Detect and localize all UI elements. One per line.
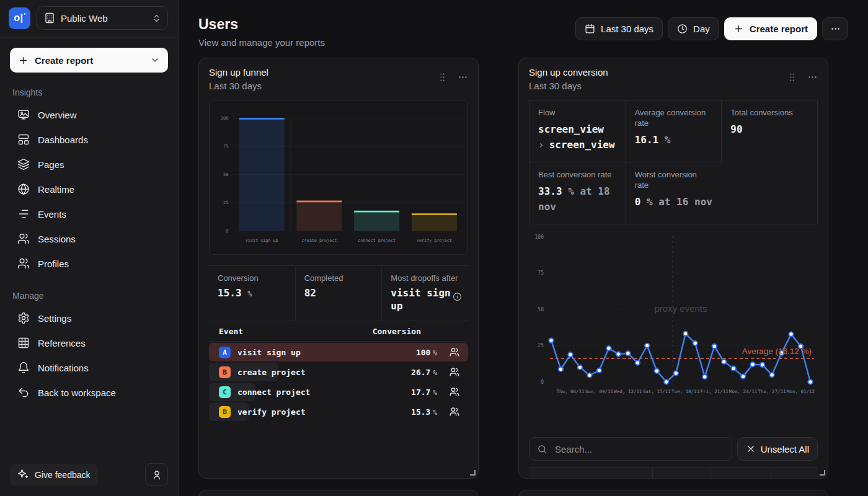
event-row-visit-sign-up[interactable]: Avisit sign up100% xyxy=(209,343,468,361)
funnel-body: 0255075100visit sign upcreate projectcon… xyxy=(199,99,478,421)
give-feedback-button[interactable]: Give feedback xyxy=(10,464,98,486)
sidebar-item-profiles[interactable]: Profiles xyxy=(10,251,168,276)
users-icon[interactable] xyxy=(450,407,459,417)
ellipsis-icon xyxy=(830,24,841,34)
overview-icon xyxy=(17,108,30,121)
sidebar-item-label: Settings xyxy=(38,313,71,324)
sidebar-item-notifications[interactable]: Notifications xyxy=(10,355,168,380)
svg-text:50: 50 xyxy=(538,307,544,312)
chevron-down-icon xyxy=(150,55,160,65)
nav-section-label: Manage xyxy=(12,291,166,301)
sidebar-item-pages[interactable]: Pages xyxy=(10,152,168,177)
plus-icon xyxy=(733,24,744,34)
event-name: connect project xyxy=(237,388,310,397)
svg-text:0: 0 xyxy=(541,379,544,385)
card-resize-handle[interactable] xyxy=(820,470,825,476)
svg-text:25: 25 xyxy=(538,343,544,348)
app-logo[interactable]: o|' xyxy=(9,7,30,29)
logo-glyph: o| xyxy=(14,12,23,24)
sidebar-item-dashboards[interactable]: Dashboards xyxy=(10,127,168,152)
svg-text:Average (16.12 %): Average (16.12 %) xyxy=(742,347,812,356)
profile-button[interactable] xyxy=(145,463,168,486)
svg-text:Wed, 12/11: Wed, 12/11 xyxy=(614,389,642,394)
card-menu-icon[interactable] xyxy=(807,72,818,82)
conversion-card: Sign up conversion Last 30 days Flow scr… xyxy=(518,58,828,479)
chevron-right-icon: › xyxy=(538,139,544,151)
chevrons-up-down-icon xyxy=(152,14,161,23)
sidebar-item-references[interactable]: References xyxy=(10,330,168,355)
svg-text:Mon, 24/11: Mon, 24/11 xyxy=(729,389,757,394)
realtime-icon xyxy=(17,183,30,195)
stat-average-rate: Average conversion rate 16.1 % xyxy=(626,100,722,162)
svg-text:100: 100 xyxy=(535,234,544,240)
stat-label: Worst conversion rate xyxy=(635,169,713,190)
funnel-bar-chart: 0255075100visit sign upcreate projectcon… xyxy=(209,100,468,255)
sidebar-item-label: Overview xyxy=(38,110,77,120)
funnel-stats-row: Conversion 15.3 % Completed 82 Most drop… xyxy=(209,265,468,321)
sidebar-item-label: Pages xyxy=(38,159,64,170)
event-row-verify-project[interactable]: Dverify project15.3% xyxy=(209,402,468,421)
card-menu-icon[interactable] xyxy=(458,72,468,82)
sidebar-body: Create report InsightsOverviewDashboards… xyxy=(0,38,178,454)
sidebar-footer: Give feedback xyxy=(0,454,178,496)
stat-label: Best conversion rate xyxy=(538,169,617,180)
sidebar-item-realtime[interactable]: Realtime xyxy=(10,177,168,202)
stat-label: Flow xyxy=(538,107,617,118)
stat-label: Conversion xyxy=(218,273,286,283)
sidebar-item-sessions[interactable]: Sessions xyxy=(10,226,168,251)
event-column-header: Event xyxy=(219,327,243,336)
calendar-icon xyxy=(585,24,595,34)
events-icon xyxy=(17,208,30,220)
users-icon[interactable] xyxy=(450,347,459,357)
event-row-create-project[interactable]: Bcreate project26.7% xyxy=(209,363,468,381)
users-icon[interactable] xyxy=(450,387,459,397)
unselect-all-label: Unselect All xyxy=(761,444,809,454)
info-icon[interactable] xyxy=(453,292,462,301)
sidebar-item-label: References xyxy=(38,338,86,348)
sidebar-item-label: Profiles xyxy=(38,259,69,269)
sidebar-item-label: Realtime xyxy=(38,184,74,195)
users-icon xyxy=(17,232,30,245)
svg-text:Sat, 15/11: Sat, 15/11 xyxy=(643,389,671,394)
sidebar: o|' Public Web Create report InsightsOve… xyxy=(0,0,179,496)
pages-icon xyxy=(17,158,30,170)
users-icon[interactable] xyxy=(450,367,459,377)
interval-button[interactable]: Day xyxy=(668,17,719,40)
stat-flow: Flow screen_view ›screen_view xyxy=(529,100,626,162)
sidebar-item-label: Back to workspace xyxy=(38,388,116,398)
stat-value: visit sign up xyxy=(391,286,456,312)
svg-text:Sun, 09/11: Sun, 09/11 xyxy=(585,389,613,394)
event-conversion-value: 17.7% xyxy=(411,388,437,397)
conversion-column-header: Conversion xyxy=(373,327,458,336)
card-resize-handle[interactable] xyxy=(470,470,476,476)
sidebar-item-settings[interactable]: Settings xyxy=(10,306,168,330)
search-input[interactable] xyxy=(554,443,724,455)
drag-handle-icon[interactable] xyxy=(437,72,448,82)
sidebar-item-overview[interactable]: Overview xyxy=(10,102,168,127)
create-report-button[interactable]: Create report xyxy=(724,17,817,40)
svg-text:Tue, 18/11: Tue, 18/11 xyxy=(671,389,699,394)
event-row-connect-project[interactable]: Cconnect project17.7% xyxy=(209,383,468,401)
sidebar-item-back-to-workspace[interactable]: Back to workspace xyxy=(10,380,168,405)
dashboards-icon xyxy=(17,133,30,146)
search-row: Unselect All xyxy=(529,437,818,461)
sidebar-item-label: Notifications xyxy=(38,363,89,373)
stat-value: 0 xyxy=(635,196,641,208)
create-report-label: Create report xyxy=(35,55,93,66)
sidebar-item-events[interactable]: Events xyxy=(10,202,168,226)
header-actions: Last 30 days Day Create report xyxy=(575,17,848,40)
flow-step-1: screen_view xyxy=(538,123,604,135)
date-range-button[interactable]: Last 30 days xyxy=(575,17,663,40)
sidebar-item-label: Sessions xyxy=(38,234,76,244)
workspace-selector[interactable]: Public Web xyxy=(37,6,168,30)
conversion-card-title: Sign up conversion xyxy=(529,67,608,78)
stat-empty-cell xyxy=(721,162,817,224)
logo-tick: ' xyxy=(24,12,26,19)
more-options-button[interactable] xyxy=(822,17,848,40)
drag-handle-icon[interactable] xyxy=(787,72,797,82)
stat-value: 33.3 xyxy=(538,185,562,197)
sidebar-create-report-button[interactable]: Create report xyxy=(10,48,168,73)
funnel-card-subtitle: Last 30 days xyxy=(209,81,268,91)
event-conversion-value: 15.3% xyxy=(411,407,437,417)
unselect-all-button[interactable]: Unselect All xyxy=(737,437,818,461)
